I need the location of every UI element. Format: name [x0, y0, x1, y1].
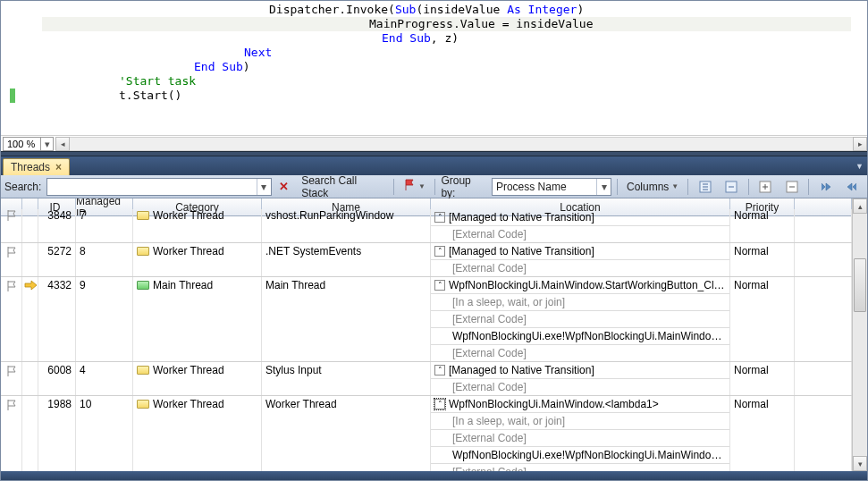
- freeze-button[interactable]: [814, 178, 837, 196]
- scroll-up-icon[interactable]: ▴: [853, 198, 867, 214]
- code-line[interactable]: Next: [19, 46, 867, 60]
- location-frame[interactable]: WpfNonBlockingUi.exe!WpfNonBlockingUi.Ma…: [431, 328, 729, 345]
- search-call-stack-button[interactable]: Search Call Stack: [297, 178, 387, 196]
- collapse-stacks-button[interactable]: [780, 178, 803, 196]
- category-cell: Worker Thread: [133, 209, 262, 242]
- code-line[interactable]: MainProgress.Value = insideValue: [19, 17, 867, 31]
- managed-id-cell: 4: [76, 362, 133, 395]
- id-cell: 4332: [38, 277, 76, 361]
- vertical-scrollbar[interactable]: ▴ ▾: [852, 198, 867, 471]
- location-cell: ˄[Managed to Native Transition][External…: [431, 362, 730, 395]
- flag-cell[interactable]: [1, 277, 22, 361]
- scroll-right-icon[interactable]: ▸: [853, 137, 867, 151]
- priority-cell: Normal: [730, 396, 795, 471]
- panel-menu-icon[interactable]: ▼: [855, 162, 864, 171]
- clear-search-button[interactable]: ✕: [275, 178, 294, 196]
- location-frame[interactable]: [External Code]: [431, 311, 729, 328]
- threads-toolbar: Search: ▾ ✕ Search Call Stack ▼ Group by…: [1, 175, 867, 198]
- collapse-icon[interactable]: ˄: [434, 280, 445, 291]
- expand-stacks-button[interactable]: [754, 178, 777, 196]
- location-frame[interactable]: ˄WpfNonBlockingUi.MainWindow.<lambda1>: [431, 396, 729, 413]
- category-cell: Main Thread: [133, 277, 262, 361]
- thaw-button[interactable]: [841, 178, 864, 196]
- code-line[interactable]: End Sub, z): [19, 31, 867, 46]
- plus-icon: [759, 180, 772, 194]
- flag-cell[interactable]: [1, 243, 22, 276]
- managed-id-cell: 7: [76, 209, 133, 242]
- code-line[interactable]: 'Start task: [19, 74, 867, 89]
- code-line[interactable]: t.Start(): [19, 89, 867, 103]
- flag-cell[interactable]: [1, 362, 22, 395]
- group-by-value: Process Name: [493, 181, 596, 193]
- table-row[interactable]: 198810Worker ThreadWorker Thread˄WpfNonB…: [1, 396, 852, 471]
- location-frame[interactable]: [In a sleep, wait, or join]: [431, 413, 729, 430]
- columns-label: Columns: [627, 181, 669, 193]
- location-frame[interactable]: [External Code]: [431, 260, 729, 276]
- collapse-groups-button[interactable]: [720, 178, 742, 196]
- location-frame[interactable]: [External Code]: [431, 464, 729, 471]
- search-input-wrap: ▾: [46, 178, 271, 196]
- code-line[interactable]: Dispatcher.Invoke(Sub(insideValue As Int…: [19, 3, 867, 17]
- location-frame[interactable]: WpfNonBlockingUi.exe!WpfNonBlockingUi.Ma…: [431, 447, 729, 464]
- location-frame[interactable]: ˄[Managed to Native Transition]: [431, 362, 729, 379]
- expand-icon: [698, 180, 712, 194]
- collapse-icon[interactable]: ˄: [434, 246, 445, 257]
- location-frame[interactable]: [External Code]: [431, 345, 729, 361]
- minus-icon: [785, 180, 798, 194]
- separator: [748, 179, 749, 195]
- location-frame[interactable]: [External Code]: [431, 379, 729, 395]
- category-cell: Worker Thread: [133, 362, 262, 395]
- zoom-combo[interactable]: 100 % ▾: [3, 137, 54, 151]
- columns-button[interactable]: Columns ▼: [623, 178, 682, 196]
- chevron-down-icon[interactable]: ▾: [40, 138, 53, 150]
- tab-threads[interactable]: Threads ×: [3, 158, 70, 175]
- table-row[interactable]: 52728Worker Thread.NET SystemEvents˄[Man…: [1, 243, 852, 277]
- name-cell: Worker Thread: [262, 396, 431, 471]
- flag-filter-button[interactable]: ▼: [400, 178, 430, 196]
- collapse-icon[interactable]: ˄: [434, 399, 445, 409]
- extra-cell: [795, 243, 852, 276]
- location-frame[interactable]: ˄[Managed to Native Transition]: [431, 243, 729, 260]
- search-input[interactable]: [47, 181, 256, 193]
- location-frame[interactable]: ˄WpfNonBlockingUi.MainWindow.StartWorkin…: [431, 277, 729, 294]
- extra-cell: [795, 277, 852, 361]
- table-row[interactable]: 43329Main ThreadMain Thread˄WpfNonBlocki…: [1, 277, 852, 362]
- current-thread-cell: [22, 396, 38, 471]
- close-icon[interactable]: ×: [54, 161, 63, 173]
- chevron-down-icon[interactable]: ▾: [596, 179, 611, 195]
- code-editor[interactable]: Dispatcher.Invoke(Sub(insideValue As Int…: [1, 1, 867, 135]
- flag-cell[interactable]: [1, 396, 22, 471]
- group-by-combo[interactable]: Process Name ▾: [492, 178, 611, 196]
- threads-grid[interactable]: ID Managed ID Category Name Location Pri…: [1, 198, 852, 471]
- priority-cell: Normal: [730, 277, 795, 361]
- editor-horizontal-scrollbar[interactable]: ◂ ▸: [55, 137, 867, 151]
- table-row[interactable]: 38487Worker Threadvshost.RunParkingWindo…: [1, 209, 852, 243]
- scroll-left-icon[interactable]: ◂: [55, 137, 70, 151]
- location-cell: ˄WpfNonBlockingUi.MainWindow.StartWorkin…: [431, 277, 730, 361]
- flag-outline-icon: [5, 399, 18, 411]
- table-row[interactable]: 60084Worker ThreadStylus Input˄[Managed …: [1, 362, 852, 396]
- category-cell: Worker Thread: [133, 243, 262, 276]
- scroll-track[interactable]: [70, 137, 853, 151]
- panel-footer: [1, 471, 867, 480]
- location-frame[interactable]: [External Code]: [431, 430, 729, 447]
- managed-id-cell: 8: [76, 243, 133, 276]
- location-frame[interactable]: [In a sleep, wait, or join]: [431, 294, 729, 311]
- chevron-down-icon[interactable]: ▾: [257, 179, 271, 195]
- location-frame[interactable]: [External Code]: [431, 226, 729, 242]
- separator: [434, 179, 435, 195]
- tab-label: Threads: [11, 161, 50, 173]
- flag-outline-icon: [5, 365, 18, 377]
- code-line[interactable]: End Sub): [19, 60, 867, 74]
- scroll-track[interactable]: [853, 214, 867, 456]
- managed-id-cell: 10: [76, 396, 133, 471]
- flag-cell[interactable]: [1, 209, 22, 242]
- location-frame[interactable]: ˄[Managed to Native Transition]: [431, 209, 729, 226]
- scroll-thumb[interactable]: [854, 258, 866, 312]
- priority-cell: Normal: [730, 209, 795, 242]
- collapse-icon[interactable]: ˄: [434, 212, 445, 223]
- expand-groups-button[interactable]: [694, 178, 716, 196]
- current-thread-cell: [22, 243, 38, 276]
- collapse-icon[interactable]: ˄: [434, 365, 445, 376]
- scroll-down-icon[interactable]: ▾: [853, 456, 867, 471]
